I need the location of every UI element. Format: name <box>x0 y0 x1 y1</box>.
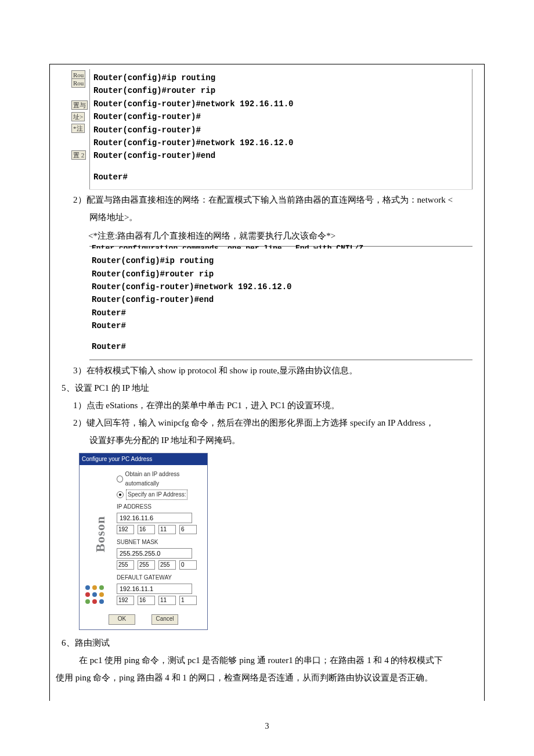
fragment-c: *注 <box>71 124 85 133</box>
term2-line: Router# <box>92 307 469 319</box>
term1-line: Router(config)#router rip <box>93 84 468 97</box>
section-6-title: 6、路由测试 <box>62 636 478 650</box>
fragment-rou2: Rou <box>71 78 85 88</box>
radio-obtain-auto-label: Obtain an IP address automatically <box>125 470 203 488</box>
section-6-paragraph-2: 使用 ping 命令，ping 路由器 4 和 1 的网口，检查网络是否连通，从… <box>56 671 478 685</box>
ip-octet-1[interactable]: 192 <box>117 525 134 534</box>
ip-config-dialog: Configure your PC Address Boson Obtain a… <box>79 453 208 630</box>
gw-octet-3[interactable]: 11 <box>158 596 176 605</box>
section-5-step2-line1: 2）键入回车符，输入 winipcfg 命令，然后在弹出的图形化界面上方选择 s… <box>56 416 478 430</box>
term2-line: Router# <box>92 340 469 353</box>
note-text: <*注意:路由器有几个直接相连的网络，就需要执行几次该命令*> <box>88 229 478 243</box>
cancel-button[interactable]: Cancel <box>151 614 178 625</box>
ok-button[interactable]: OK <box>109 614 135 625</box>
term2-truncated-top: Enter configuration commands, one per li… <box>92 244 469 249</box>
default-gateway-label: DEFAULT GATEWAY <box>117 573 203 582</box>
term2-line: Router(config-router)#network 192.16.12.… <box>92 280 469 293</box>
mask-octet-3[interactable]: 255 <box>158 560 176 570</box>
term2-line: Router(config)#router rip <box>92 268 469 280</box>
mask-octet-1[interactable]: 255 <box>117 560 134 570</box>
term1-line: Router(config-router)#network 192.16.11.… <box>93 98 468 110</box>
term1-line: Router(config)#ip routing <box>93 71 468 84</box>
term1-line-blank <box>93 163 468 171</box>
step-2-text-line1: 2）配置与路由器直接相连的网络：在配置模式下输入当前路由器的直连网络号，格式为：… <box>56 193 478 207</box>
term2-line-blank <box>92 332 469 340</box>
terminal-output-1: Rou Rou 置与 址> *注 置 2 Router(config)#ip r… <box>89 69 472 189</box>
ip-octet-3[interactable]: 11 <box>158 525 176 534</box>
term1-line: Router(config-router)#network 192.16.12.… <box>93 136 468 149</box>
step-2-text-line2: 网络地址>。 <box>56 210 478 224</box>
terminal-output-2: Enter configuration commands, one per li… <box>89 246 472 360</box>
fragment-d: 置 2 <box>71 150 86 160</box>
mask-octet-4[interactable]: 0 <box>179 560 197 570</box>
radio-specify-ip-label: Specify an IP Address: <box>126 489 187 500</box>
ip-address-label: IP ADDRESS <box>117 502 203 512</box>
dialog-button-row: OK Cancel <box>80 611 207 629</box>
section-5-title: 5、设置 PC1 的 IP 地址 <box>62 381 478 395</box>
section-5-step1: 1）点击 eStations，在弹出的菜单中单击 PC1，进入 PC1 的设置环… <box>56 398 478 412</box>
mask-octet-2[interactable]: 255 <box>138 560 155 570</box>
default-gateway-input[interactable]: 192.16.11.1 <box>117 584 192 594</box>
radio-icon <box>117 476 123 483</box>
page-number: 3 <box>0 720 534 733</box>
term2-line: Router# <box>92 319 469 332</box>
radio-obtain-auto[interactable]: Obtain an IP address automatically <box>117 470 203 488</box>
fragment-b: 址> <box>71 112 85 121</box>
gw-octet-4[interactable]: 1 <box>179 596 197 605</box>
step-3-text: 3）在特权模式下输入 show ip protocol 和 show ip ro… <box>56 363 478 377</box>
boson-logo-text: Boson <box>90 516 110 552</box>
boson-dots-icon <box>85 585 105 605</box>
radio-icon-selected <box>117 491 124 498</box>
dialog-body: Boson Obtain an IP address automatically… <box>80 465 207 611</box>
section-6-paragraph-1: 在 pc1 使用 ping 命令，测试 pc1 是否能够 ping 通 rout… <box>62 653 478 667</box>
ip-address-input[interactable]: 192.16.11.6 <box>117 513 192 523</box>
radio-specify-ip[interactable]: Specify an IP Address: <box>117 489 203 500</box>
term2-line: Router(config-router)#end <box>92 293 469 306</box>
dialog-title: Configure your PC Address <box>80 453 207 465</box>
term2-line: Router(config)#ip routing <box>92 254 469 267</box>
fragment-a: 置与 <box>71 100 88 110</box>
gw-octet-1[interactable]: 192 <box>117 596 134 605</box>
document-content: Rou Rou 置与 址> *注 置 2 Router(config)#ip r… <box>49 64 485 701</box>
term1-line: Router(config-router)# <box>93 124 468 136</box>
gw-octet-2[interactable]: 16 <box>138 596 155 605</box>
ip-octet-2[interactable]: 16 <box>138 525 155 534</box>
boson-logo-panel: Boson <box>82 477 114 606</box>
section-5-step2-line2: 设置好事先分配的 IP 地址和子网掩码。 <box>56 433 478 447</box>
term1-line: Router(config-router)# <box>93 110 468 123</box>
term1-line: Router# <box>93 171 468 183</box>
term1-line: Router(config-router)#end <box>93 149 468 162</box>
ip-octet-4[interactable]: 6 <box>179 525 197 534</box>
subnet-mask-label: SUBNET MASK <box>117 538 203 547</box>
subnet-mask-input[interactable]: 255.255.255.0 <box>117 548 192 559</box>
